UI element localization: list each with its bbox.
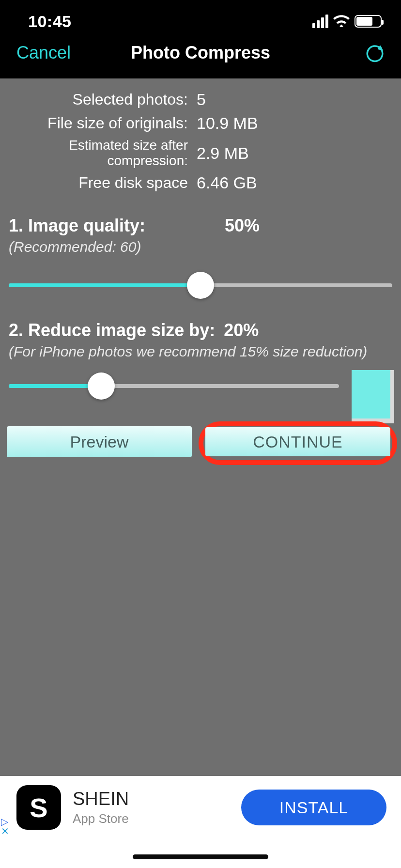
image-quality-recommended: (Recommended: 60)	[9, 239, 392, 255]
status-icons	[312, 15, 382, 28]
free-space-label: Free disk space	[9, 174, 188, 192]
cellular-icon	[312, 15, 328, 28]
nav-bar: Cancel Photo Compress	[0, 43, 401, 78]
battery-icon	[355, 15, 382, 28]
reduce-size-label: 2. Reduce image size by:	[9, 320, 215, 341]
ad-title: SHEIN	[73, 789, 241, 809]
estimated-size-value: 2.9 MB	[197, 144, 392, 163]
content-area: Selected photos: 5 File size of original…	[0, 78, 401, 776]
continue-button[interactable]: CONTINUE	[205, 427, 390, 456]
image-quality-slider[interactable]	[9, 272, 392, 299]
reduce-size-slider[interactable]	[9, 372, 339, 400]
ad-subtitle: App Store	[73, 811, 241, 826]
status-bar: 10:45	[0, 0, 401, 43]
reduce-size-value: 20%	[224, 320, 259, 341]
originals-size-label: File size of originals:	[9, 114, 188, 132]
wifi-icon	[333, 15, 350, 28]
image-quality-label: 1. Image quality:	[9, 216, 145, 236]
ad-banner[interactable]: ▷✕ S SHEIN App Store INSTALL	[0, 776, 401, 839]
ad-app-icon: S	[16, 785, 61, 830]
home-indicator[interactable]	[133, 854, 268, 859]
home-indicator-area	[0, 839, 401, 868]
refresh-icon	[365, 43, 385, 64]
reduce-size-recommended: (For iPhone photos we recommend 15% size…	[9, 343, 392, 360]
free-space-value: 6.46 GB	[197, 173, 392, 192]
selected-photos-label: Selected photos:	[9, 91, 188, 108]
ad-install-button[interactable]: INSTALL	[241, 790, 386, 825]
status-time: 10:45	[28, 12, 71, 31]
cancel-button[interactable]: Cancel	[16, 43, 71, 63]
refresh-button[interactable]	[365, 43, 385, 64]
preview-button[interactable]: Preview	[7, 426, 192, 457]
selected-photos-value: 5	[197, 90, 392, 109]
adchoices-icon[interactable]: ▷✕	[1, 817, 9, 836]
estimated-size-label: Estimated size after compression:	[9, 138, 188, 169]
originals-size-value: 10.9 MB	[197, 114, 392, 133]
image-thumbnail[interactable]	[352, 370, 394, 423]
image-quality-value: 50%	[225, 216, 392, 236]
continue-highlight: CONTINUE	[199, 421, 397, 465]
